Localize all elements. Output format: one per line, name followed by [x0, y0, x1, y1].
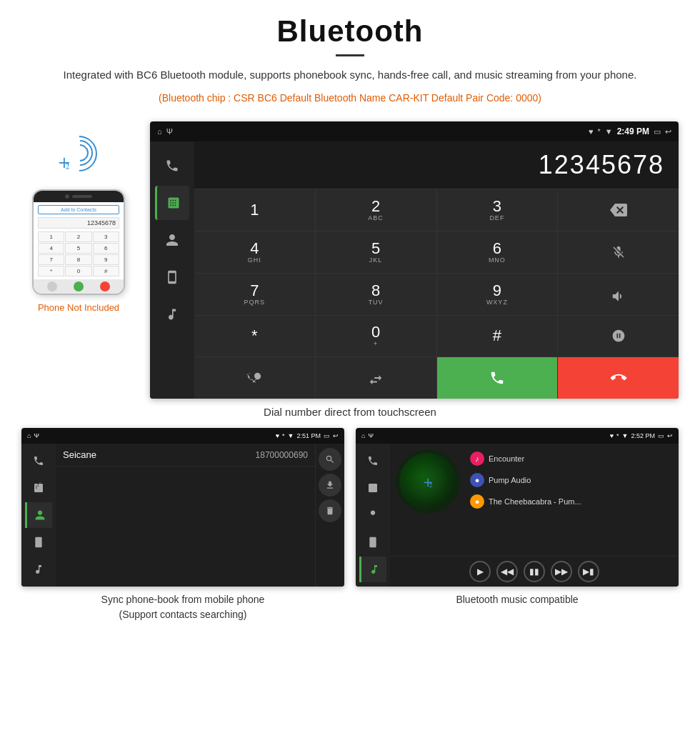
- sidebar-transfer-icon[interactable]: [155, 260, 189, 294]
- dial-end-button[interactable]: [558, 357, 679, 399]
- phone-key-5[interactable]: 5: [65, 243, 91, 254]
- phone-key-9[interactable]: 9: [93, 254, 119, 265]
- dial-key-1[interactable]: 1: [194, 189, 315, 231]
- phone-image: Add to Contacts 12345678 1 2 3 4 5 6 7 8…: [32, 189, 125, 295]
- phone-key-2[interactable]: 2: [65, 231, 91, 242]
- status-left: ⌂ Ψ: [157, 127, 173, 136]
- phone-key-7[interactable]: 7: [38, 254, 64, 265]
- page-description: Integrated with BC6 Bluetooth module, su…: [43, 66, 657, 84]
- sidebar-dialpad-icon[interactable]: [155, 186, 189, 220]
- contact-number: 18700000690: [256, 450, 308, 460]
- sidebar-music-icon[interactable]: [155, 297, 189, 331]
- music-status-left: ⌂ Ψ: [361, 432, 374, 439]
- phone-call-btn[interactable]: [74, 281, 84, 291]
- dial-key-hash[interactable]: #: [437, 316, 558, 357]
- dial-volume[interactable]: [558, 274, 679, 315]
- dial-call-button[interactable]: [437, 357, 558, 399]
- phonebook-status-bar: ⌂ Ψ ♥ * ▼ 2:51 PM ▭ ↩: [21, 428, 344, 444]
- pb-search-btn[interactable]: [319, 448, 341, 471]
- music-back-icon[interactable]: ↩: [667, 432, 673, 439]
- dial-merge[interactable]: [194, 357, 315, 399]
- dial-key-0[interactable]: 0 +: [316, 316, 436, 357]
- phone-key-1[interactable]: 1: [38, 231, 64, 242]
- dial-key-2[interactable]: 2 ABC: [316, 189, 436, 231]
- pb-phone-icon[interactable]: [25, 448, 52, 474]
- music-time: 2:52 PM: [631, 432, 655, 439]
- dial-key-star[interactable]: *: [194, 316, 315, 357]
- dial-key-4[interactable]: 4 GHI: [194, 231, 315, 273]
- back-nav-icon[interactable]: ↩: [665, 127, 671, 136]
- pb-delete-btn[interactable]: [319, 499, 341, 522]
- music-transfer-icon[interactable]: [359, 529, 386, 555]
- phone-key-hash[interactable]: #: [93, 266, 119, 276]
- phone-key-4[interactable]: 4: [38, 243, 64, 254]
- dial-key-6[interactable]: 6 MNO: [437, 231, 558, 273]
- music-play-btn[interactable]: ▶: [469, 561, 491, 582]
- phonebook-item: ⌂ Ψ ♥ * ▼ 2:51 PM ▭ ↩: [21, 428, 344, 628]
- dialer-sidebar: [150, 141, 194, 399]
- track-name-1: Encounter: [489, 454, 524, 463]
- sidebar-phone-icon[interactable]: [155, 149, 189, 183]
- music-dialpad-icon[interactable]: [359, 475, 386, 501]
- phonebook-screen: ⌂ Ψ ♥ * ▼ 2:51 PM ▭ ↩: [21, 428, 344, 587]
- track-item-2[interactable]: ● Pump Audio: [466, 471, 673, 489]
- pb-dialpad-icon[interactable]: [25, 475, 52, 501]
- contact-name: Seicane: [63, 449, 256, 460]
- music-main-content: ⨧ ♫ ♪ Encounter ● Pump Audio: [390, 444, 679, 587]
- music-contacts-icon[interactable]: [359, 502, 386, 528]
- music-body: ⨧ ♫ ♪ Encounter ● Pump Audio: [356, 444, 679, 587]
- phone-key-0[interactable]: 0: [65, 266, 91, 276]
- music-screen: ⌂ Ψ ♥ * ▼ 2:52 PM ▭ ↩: [356, 428, 679, 587]
- dial-swap[interactable]: [558, 316, 679, 357]
- pb-contacts-icon[interactable]: [25, 502, 52, 528]
- phone-key-8[interactable]: 8: [65, 254, 91, 265]
- music-item: ⌂ Ψ ♥ * ▼ 2:52 PM ▭ ↩: [356, 428, 679, 628]
- dial-key-5[interactable]: 5 JKL: [316, 231, 436, 273]
- dial-key-7[interactable]: 7 PQRS: [194, 274, 315, 315]
- bt-music-icon: ⨧: [424, 472, 432, 491]
- pb-download-btn[interactable]: [319, 474, 341, 497]
- music-controls: ▶ ◀◀ ▮▮ ▶▶ ▶▮: [390, 556, 679, 587]
- track-icon-1: ♪: [470, 452, 484, 466]
- phone-screen: Add to Contacts 12345678 1 2 3 4 5 6 7 8…: [34, 202, 124, 279]
- bt-status-icon: *: [597, 127, 600, 136]
- music-pause-btn[interactable]: ▮▮: [524, 561, 545, 582]
- music-next-btn[interactable]: ▶▶: [551, 561, 572, 582]
- track-item-1[interactable]: ♪ Encounter: [466, 449, 673, 468]
- dial-key-9[interactable]: 9 WXYZ: [437, 274, 558, 315]
- music-usb-icon: Ψ: [368, 432, 374, 439]
- pb-back-icon[interactable]: ↩: [333, 432, 339, 439]
- music-skip-btn[interactable]: ▶▮: [578, 561, 599, 582]
- phone-key-6[interactable]: 6: [93, 243, 119, 254]
- music-prev-btn[interactable]: ◀◀: [496, 561, 518, 582]
- dial-backspace[interactable]: [558, 189, 679, 231]
- title-underline: [336, 54, 364, 56]
- status-right: ♥ * ▼ 2:49 PM ▭ ↩: [589, 126, 671, 136]
- track-icon-2: ●: [470, 473, 484, 487]
- track-name-3: The Cheebacabra - Pum...: [489, 497, 581, 506]
- dialer-display: 12345678: [194, 141, 679, 189]
- pb-action-bar: [315, 444, 344, 587]
- music-loc-icon: ♥: [610, 432, 614, 439]
- dial-key-8[interactable]: 8 TUV: [316, 274, 436, 315]
- phone-back-btn: [47, 281, 57, 291]
- contact-row[interactable]: Seicane 18700000690: [56, 444, 315, 467]
- sidebar-contacts-icon[interactable]: [155, 223, 189, 257]
- pb-music-icon[interactable]: [25, 557, 52, 582]
- music-phone-icon[interactable]: [359, 448, 386, 474]
- phone-number-display: 12345678: [38, 217, 119, 229]
- dial-swap2[interactable]: [316, 357, 436, 399]
- dial-key-3[interactable]: 3 DEF: [437, 189, 558, 231]
- phone-key-star[interactable]: *: [38, 266, 64, 276]
- pb-transfer-icon[interactable]: [25, 529, 52, 555]
- music-status-right: ♥ * ▼ 2:52 PM ▭ ↩: [610, 432, 673, 439]
- signal-icon: ▼: [605, 127, 613, 136]
- phone-camera: [65, 194, 69, 199]
- phone-key-3[interactable]: 3: [93, 231, 119, 242]
- music-track-list: ♪ Encounter ● Pump Audio ● The Cheebacab…: [466, 449, 673, 550]
- pb-sidebar: [21, 444, 56, 587]
- dial-mute[interactable]: [558, 231, 679, 273]
- track-item-3[interactable]: ● The Cheebacabra - Pum...: [466, 492, 673, 511]
- music-music-icon[interactable]: [359, 557, 386, 582]
- phone-end-btn[interactable]: [100, 281, 110, 291]
